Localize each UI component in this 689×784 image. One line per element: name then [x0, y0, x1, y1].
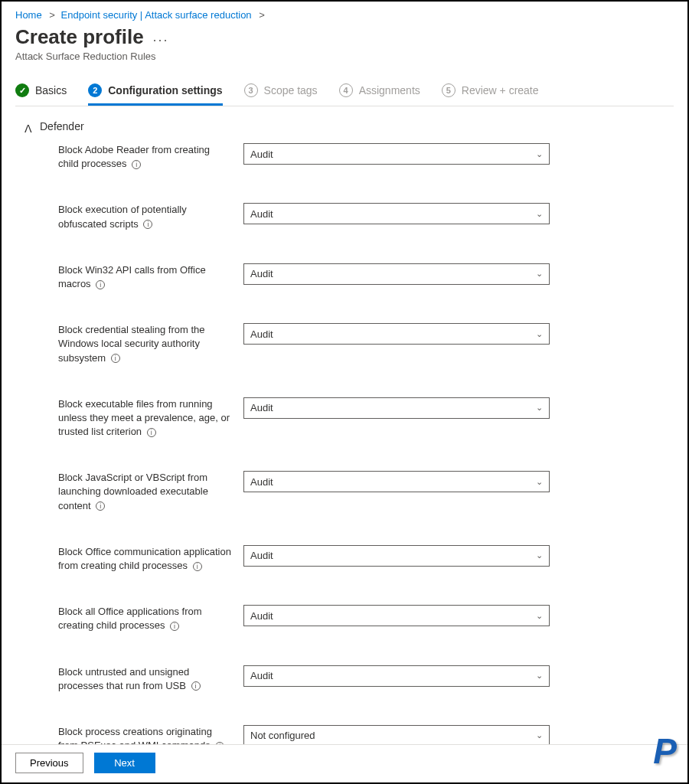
page-title: Create profile — [15, 25, 144, 49]
next-button[interactable]: Next — [94, 753, 155, 773]
chevron-down-icon: ⌄ — [536, 611, 543, 621]
breadcrumb-endpoint-security[interactable]: Endpoint security | Attack surface reduc… — [61, 9, 252, 21]
setting-select[interactable]: Audit⌄ — [243, 397, 550, 419]
breadcrumb-home[interactable]: Home — [15, 9, 42, 21]
tab-review-create[interactable]: 5 Review + create — [442, 83, 539, 106]
breadcrumb: Home > Endpoint security | Attack surfac… — [15, 9, 674, 21]
chevron-down-icon: ⌄ — [536, 730, 543, 740]
setting-row: Block credential stealing from the Windo… — [58, 323, 674, 365]
setting-row: Block JavaScript or VBScript from launch… — [58, 471, 674, 513]
info-icon[interactable]: i — [132, 160, 141, 169]
page-subtitle: Attack Surface Reduction Rules — [15, 51, 674, 62]
chevron-down-icon: ⌄ — [536, 209, 543, 219]
tab-configuration-settings[interactable]: 2 Configuration settings — [88, 83, 222, 106]
setting-label: Block process creations originating from… — [58, 725, 243, 744]
setting-label: Block execution of potentially obfuscate… — [58, 203, 243, 230]
select-value: Audit — [250, 208, 273, 220]
setting-label: Block credential stealing from the Windo… — [58, 323, 243, 365]
select-value: Audit — [250, 550, 273, 561]
setting-row: Block Adobe Reader from creating child p… — [58, 143, 674, 171]
setting-row: Block process creations originating from… — [58, 725, 674, 744]
select-value: Audit — [250, 268, 273, 279]
settings-list: Block Adobe Reader from creating child p… — [15, 143, 674, 744]
step-number-icon: 4 — [339, 83, 353, 97]
setting-row: Block untrusted and unsigned processes t… — [58, 665, 674, 693]
chevron-down-icon: ⌄ — [536, 149, 543, 159]
setting-row: Block Office communication application f… — [58, 545, 674, 573]
setting-row: Block all Office applications from creat… — [58, 605, 674, 632]
info-icon[interactable]: i — [170, 622, 179, 631]
setting-label: Block Adobe Reader from creating child p… — [58, 143, 243, 171]
setting-row: Block executable files from running unle… — [58, 397, 674, 439]
info-icon[interactable]: i — [111, 354, 120, 363]
select-value: Audit — [250, 328, 273, 340]
setting-select[interactable]: Not configured⌄ — [243, 725, 550, 744]
more-actions-button[interactable]: ... — [153, 29, 169, 45]
chevron-down-icon: ⌄ — [536, 671, 543, 681]
select-value: Audit — [250, 610, 273, 622]
tab-label: Review + create — [462, 84, 539, 96]
setting-select[interactable]: Audit⌄ — [243, 471, 550, 492]
chevron-down-icon: ⌄ — [536, 269, 543, 279]
setting-label: Block Win32 API calls from Office macros… — [58, 263, 243, 291]
setting-label: Block all Office applications from creat… — [58, 605, 243, 632]
tab-assignments[interactable]: 4 Assignments — [339, 83, 420, 106]
watermark-logo: P — [653, 730, 677, 772]
wizard-tabs: ✓ Basics 2 Configuration settings 3 Scop… — [15, 83, 674, 106]
select-value: Audit — [250, 670, 273, 681]
step-number-icon: 3 — [244, 83, 258, 97]
setting-row: Block execution of potentially obfuscate… — [58, 203, 674, 230]
info-icon[interactable]: i — [96, 501, 105, 511]
setting-select[interactable]: Audit⌄ — [243, 605, 550, 626]
setting-select[interactable]: Audit⌄ — [243, 665, 550, 687]
info-icon[interactable]: i — [191, 681, 201, 691]
info-icon[interactable]: i — [96, 280, 105, 289]
select-value: Not configured — [250, 730, 315, 741]
info-icon[interactable]: i — [193, 562, 202, 571]
info-icon[interactable]: i — [147, 428, 156, 437]
setting-select[interactable]: Audit⌄ — [243, 143, 550, 165]
tab-label: Assignments — [359, 84, 420, 96]
chevron-right-icon: > — [259, 9, 265, 21]
tab-scope-tags[interactable]: 3 Scope tags — [244, 83, 318, 106]
setting-label: Block JavaScript or VBScript from launch… — [58, 471, 243, 513]
step-number-icon: 5 — [442, 83, 456, 97]
tab-label: Basics — [35, 84, 67, 96]
info-icon[interactable]: i — [143, 220, 152, 229]
chevron-right-icon: > — [49, 9, 55, 21]
setting-label: Block Office communication application f… — [58, 545, 243, 573]
tab-label: Configuration settings — [108, 84, 222, 96]
setting-row: Block Win32 API calls from Office macros… — [58, 263, 674, 291]
section-title: Defender — [40, 120, 84, 132]
select-value: Audit — [250, 149, 273, 160]
previous-button[interactable]: Previous — [15, 753, 83, 773]
step-number-icon: 2 — [88, 83, 102, 97]
setting-label: Block untrusted and unsigned processes t… — [58, 665, 243, 693]
setting-select[interactable]: Audit⌄ — [243, 545, 550, 567]
select-value: Audit — [250, 476, 273, 488]
setting-select[interactable]: Audit⌄ — [243, 323, 550, 345]
chevron-down-icon: ⌄ — [536, 550, 543, 560]
tab-basics[interactable]: ✓ Basics — [15, 83, 67, 106]
check-icon: ✓ — [15, 83, 29, 97]
setting-select[interactable]: Audit⌄ — [243, 203, 550, 224]
chevron-down-icon: ⌄ — [536, 403, 543, 413]
chevron-down-icon: ⌄ — [536, 477, 543, 487]
setting-label: Block executable files from running unle… — [58, 397, 243, 439]
setting-select[interactable]: Audit⌄ — [243, 263, 550, 285]
chevron-down-icon: ⌄ — [536, 329, 543, 339]
chevron-up-icon: ᐱ — [24, 122, 32, 130]
select-value: Audit — [250, 402, 273, 413]
footer: Previous Next — [2, 744, 687, 782]
section-header-defender[interactable]: ᐱ Defender — [24, 120, 674, 132]
tab-label: Scope tags — [264, 84, 318, 96]
